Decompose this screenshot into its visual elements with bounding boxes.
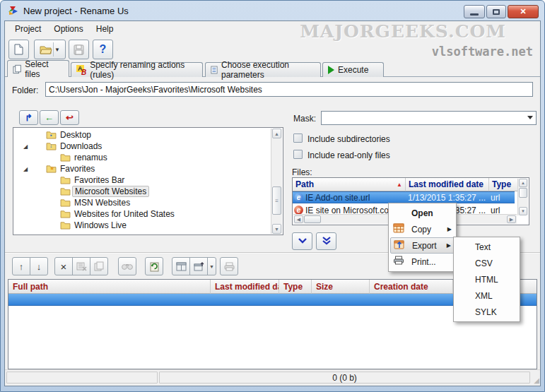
file-row-ie-addon-site[interactable]: eIE Add-on site.url 1/13/2015 1:35:27 ..… — [293, 191, 515, 203]
folder-icon — [60, 221, 71, 230]
folder-input[interactable] — [45, 82, 533, 97]
context-menu-export[interactable]: Export ▶ — [390, 237, 455, 254]
select-files-icon — [13, 64, 21, 74]
move-up-button[interactable]: ↑ — [12, 257, 30, 275]
combo-dropdown-arrow-icon[interactable] — [527, 116, 533, 119]
mask-combobox[interactable] — [321, 111, 537, 125]
export-dropdown-arrow-icon[interactable]: ▼ — [207, 257, 216, 275]
context-menu-open[interactable]: Open — [390, 205, 455, 221]
files-hscrollbar-thumb[interactable] — [304, 215, 321, 223]
back-button[interactable]: ← — [40, 110, 59, 125]
desktop-folder-icon: ▪ — [46, 131, 57, 140]
download-arrow-overlay-icon: ↓ — [49, 143, 52, 149]
export-list-button[interactable] — [189, 257, 208, 275]
scroll-up-icon[interactable]: ▲ — [272, 129, 281, 138]
submenu-sylk[interactable]: SYLK — [454, 304, 520, 320]
context-menu-print[interactable]: Print... — [390, 254, 455, 270]
expanded-icon[interactable]: ◢ — [23, 166, 30, 172]
tree-scrollbar-thumb[interactable]: ≡ — [272, 186, 281, 215]
scroll-down-icon[interactable]: ▼ — [272, 224, 281, 234]
add-selected-files-button[interactable] — [292, 232, 312, 250]
column-header-path[interactable]: Path ▲ — [293, 178, 406, 191]
resize-grip[interactable]: ◢ — [534, 376, 539, 384]
downloads-folder-icon: ↓ — [46, 142, 57, 151]
column-header-type[interactable]: Type — [279, 280, 312, 294]
submenu-text[interactable]: Text — [454, 239, 520, 255]
menu-project[interactable]: Project — [9, 22, 47, 36]
column-header-creation-date[interactable]: Creation date — [370, 280, 453, 294]
mask-label: Mask: — [293, 114, 316, 124]
scroll-right-icon[interactable]: ▶ — [507, 215, 516, 223]
tree-item-favorites-bar[interactable]: Favorites Bar — [13, 174, 270, 186]
vlsoftware-watermark: vlsoftware.net — [432, 44, 533, 59]
tab-specify-renaming-actions[interactable]: AB Specify renaming actions (rules) — [71, 62, 203, 77]
column-header-last-modified-date[interactable]: Last modified date — [406, 178, 489, 191]
help-button[interactable]: ? — [93, 40, 113, 59]
minimize-button[interactable] — [464, 5, 485, 18]
context-menu-copy[interactable]: Copy ▶ — [390, 221, 455, 237]
maximize-icon — [493, 9, 500, 15]
tab-execute[interactable]: Execute — [322, 62, 384, 77]
tree-item-downloads[interactable]: ◢ ↓ Downloads — [13, 141, 270, 152]
tree-scrollbar[interactable]: ▲ ≡ ▼ — [271, 129, 282, 234]
column-header-type[interactable]: Type — [489, 178, 517, 191]
title-bar[interactable]: New project - Rename Us ✕ — [4, 1, 541, 20]
include-readonly-checkbox[interactable] — [293, 150, 303, 159]
tab-bar: Select files AB Specify renaming actions… — [5, 60, 540, 77]
menu-help[interactable]: Help — [90, 22, 119, 36]
print-icon — [393, 256, 404, 265]
expanded-icon[interactable]: ◢ — [23, 143, 30, 150]
include-readonly-label: Include read-only files — [307, 150, 390, 160]
rename-rules-icon: AB — [76, 65, 86, 76]
menu-options[interactable]: Options — [48, 22, 88, 36]
tree-item-msn-websites[interactable]: MSN Websites — [13, 197, 270, 208]
remove-file-button[interactable]: × — [54, 257, 73, 275]
tree-item-windows-live[interactable]: Windows Live — [13, 220, 270, 231]
submenu-xml[interactable]: XML — [454, 287, 520, 304]
scroll-left-icon[interactable]: ◀ — [294, 215, 303, 223]
move-down-button[interactable]: ↓ — [30, 257, 48, 275]
up-one-level-button[interactable]: ↱ — [19, 110, 38, 125]
scroll-up-icon[interactable]: ▲ — [519, 179, 527, 187]
find-button[interactable] — [118, 257, 136, 275]
add-all-files-button[interactable] — [316, 232, 336, 250]
open-project-button[interactable]: ▼ — [34, 40, 66, 59]
clear-list-icon — [76, 262, 87, 271]
folder-icon — [60, 153, 71, 162]
tab-label: Execute — [338, 65, 368, 75]
save-project-button[interactable] — [69, 40, 89, 59]
selected-tree-item-label: Microsoft Websites — [72, 186, 149, 197]
submenu-csv[interactable]: CSV — [454, 255, 520, 271]
tab-choose-execution-parameters[interactable]: Choose execution parameters — [205, 62, 321, 77]
refresh-list-button[interactable] — [145, 257, 163, 275]
scroll-down-icon[interactable]: ▼ — [519, 207, 527, 215]
up-level-icon: ↱ — [25, 112, 33, 123]
tree-item-renamus[interactable]: renamus — [13, 152, 270, 163]
window-grid-icon — [176, 262, 187, 271]
tree-item-desktop[interactable]: ▪ Desktop — [13, 129, 270, 141]
column-header-full-path[interactable]: Full path — [8, 280, 211, 294]
monitor-overlay-icon: ▪ — [50, 133, 52, 138]
files-vertical-scrollbar[interactable]: ▲ ▼ — [517, 179, 528, 215]
copy-list-button[interactable] — [90, 257, 108, 275]
tree-item-favorites[interactable]: ◢ ★ Favorites — [13, 163, 270, 174]
include-subdirectories-checkbox[interactable] — [293, 133, 303, 143]
tree-item-microsoft-websites[interactable]: Microsoft Websites — [13, 186, 270, 197]
open-dropdown-arrow-icon[interactable]: ▼ — [54, 47, 60, 53]
view-columns-button[interactable] — [172, 257, 190, 275]
submenu-html[interactable]: HTML — [454, 271, 520, 287]
close-button[interactable]: ✕ — [508, 5, 539, 18]
clear-list-button[interactable] — [72, 257, 90, 275]
column-header-size[interactable]: Size — [312, 280, 370, 294]
help-icon: ? — [100, 43, 107, 56]
return-button[interactable]: ↩ — [60, 110, 79, 125]
tab-select-files[interactable]: Select files — [7, 60, 69, 77]
print-list-button[interactable] — [220, 257, 238, 275]
maximize-button[interactable] — [486, 5, 506, 18]
tree-item-websites-for-united-states[interactable]: Websites for United States — [13, 208, 270, 220]
new-project-button[interactable] — [8, 40, 29, 59]
save-icon — [74, 44, 84, 55]
column-header-last-modified-date[interactable]: Last modified date — [211, 280, 279, 294]
submenu-arrow-icon: ▶ — [447, 242, 451, 249]
files-scrollbar-thumb[interactable] — [519, 188, 527, 198]
